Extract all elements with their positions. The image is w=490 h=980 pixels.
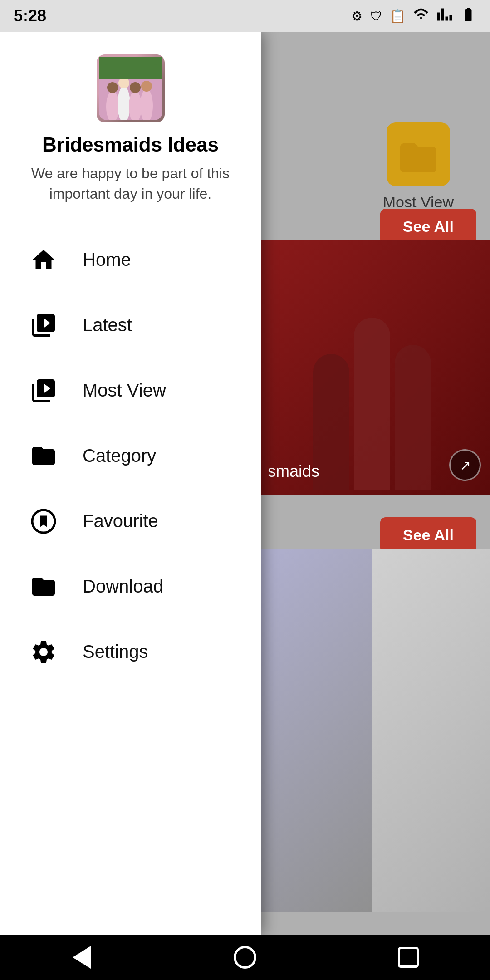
folder-area: Most View xyxy=(383,122,454,211)
settings-status-icon: ⚙ xyxy=(351,9,363,24)
nav-home-label: Home xyxy=(83,250,131,270)
folder-icon-nav xyxy=(27,440,60,472)
gear-icon xyxy=(27,636,60,668)
play-collection-icon-most-view xyxy=(27,374,60,407)
nav-item-download[interactable]: Download xyxy=(0,554,261,619)
nav-item-category[interactable]: Category xyxy=(0,423,261,489)
bridesmaids-image-2 xyxy=(254,549,490,912)
nav-category-label: Category xyxy=(83,446,156,466)
nav-download-label: Download xyxy=(83,576,163,597)
home-button[interactable] xyxy=(227,939,263,975)
svg-point-8 xyxy=(141,81,152,92)
back-icon xyxy=(73,946,91,969)
recents-icon xyxy=(398,947,419,968)
see-all-button-top[interactable]: See All xyxy=(380,209,476,245)
status-icons: ⚙ 🛡 📋 xyxy=(351,6,476,26)
status-bar: 5:28 ⚙ 🛡 📋 xyxy=(0,0,490,32)
bookmark-circle-icon xyxy=(27,505,60,538)
app-title: Bridesmaids Ideas xyxy=(42,133,219,156)
app-subtitle: We are happy to be part of this importan… xyxy=(18,163,243,204)
drawer-header: Bridesmaids Ideas We are happy to be par… xyxy=(0,32,261,218)
nav-item-settings[interactable]: Settings xyxy=(0,619,261,685)
folder-icon-bg xyxy=(387,122,450,186)
app-thumbnail xyxy=(97,54,165,122)
nav-most-view-label: Most View xyxy=(83,380,166,401)
nav-item-latest[interactable]: Latest xyxy=(0,293,261,358)
navigation-drawer: Bridesmaids Ideas We are happy to be par… xyxy=(0,32,261,935)
image-2-right xyxy=(372,549,490,912)
nav-favourite-label: Favourite xyxy=(83,511,158,531)
wifi-icon xyxy=(413,6,429,26)
battery-icon xyxy=(460,6,476,26)
bridesmaids-image-1: smaids ↗ xyxy=(254,240,490,495)
folder-download-icon xyxy=(27,570,60,603)
nav-item-favourite[interactable]: Favourite xyxy=(0,489,261,554)
image-1-label: smaids xyxy=(268,462,319,481)
drawer-nav: Home Latest Most View xyxy=(0,218,261,935)
nav-item-home[interactable]: Home xyxy=(0,227,261,293)
back-button[interactable] xyxy=(64,939,100,975)
image-1-action-btn[interactable]: ↗ xyxy=(449,449,481,481)
shield-status-icon: 🛡 xyxy=(370,9,382,24)
svg-point-5 xyxy=(107,82,118,93)
play-collection-icon-latest xyxy=(27,309,60,342)
clipboard-status-icon: 📋 xyxy=(390,9,406,24)
home-nav-icon xyxy=(234,946,256,969)
svg-rect-10 xyxy=(99,57,162,65)
nav-latest-label: Latest xyxy=(83,315,132,335)
nav-item-most-view[interactable]: Most View xyxy=(0,358,261,423)
nav-settings-label: Settings xyxy=(83,642,148,662)
home-icon xyxy=(27,244,60,276)
system-nav-bar xyxy=(0,935,490,980)
image-2-left xyxy=(254,549,372,912)
recents-button[interactable] xyxy=(390,939,426,975)
signal-icon xyxy=(436,6,453,26)
status-time: 5:28 xyxy=(14,6,46,25)
svg-point-7 xyxy=(130,82,141,93)
see-all-button-bottom[interactable]: See All xyxy=(380,517,476,553)
